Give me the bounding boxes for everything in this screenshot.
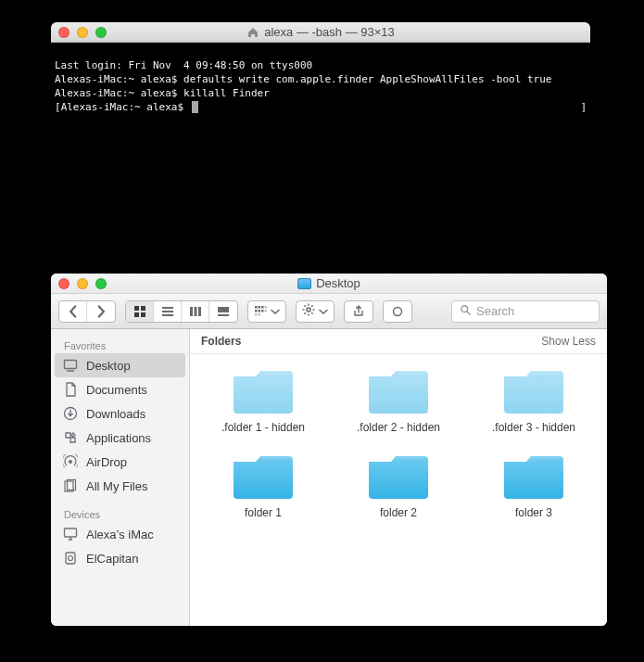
sidebar-item-documents[interactable]: Documents [51,377,189,401]
folder-item[interactable]: folder 1 [197,451,329,519]
finder-title: Desktop [51,276,607,290]
folder-label: folder 3 [515,506,552,519]
terminal-line: Alexas-iMac:~ alexa$ killall Finder [55,87,270,99]
finder-title-text: Desktop [316,276,360,290]
desktop-icon [297,278,311,289]
folder-label: folder 2 [380,506,417,519]
folder-icon [500,365,567,417]
documents-icon [62,381,79,398]
action-button[interactable] [296,300,335,323]
desktop-icon [62,357,79,374]
section-header: Folders Show Less [190,329,607,354]
cursor-icon [192,101,198,113]
finder-window: Desktop Favorites [51,274,607,626]
terminal-title-text: alexa — -bash — 93×13 [264,25,395,39]
terminal-window: alexa — -bash — 93×13 Last login: Fri No… [51,22,590,248]
view-columns-button[interactable] [182,301,209,322]
downloads-icon [62,405,79,422]
folder-icon [230,365,297,417]
back-button[interactable] [59,301,87,322]
sidebar-item-label: Documents [86,383,147,397]
sidebar-item-applications[interactable]: Applications [51,426,189,450]
terminal-title: alexa — -bash — 93×13 [51,25,590,39]
content-area: Folders Show Less .folder 1 - hidden .fo… [190,329,607,626]
zoom-button[interactable] [95,278,107,289]
arrange-button[interactable] [247,300,286,323]
share-button[interactable] [344,300,373,323]
section-title: Folders [201,335,241,348]
folder-item[interactable]: .folder 3 - hidden [468,365,600,434]
folder-item[interactable]: .folder 1 - hidden [197,365,329,434]
sidebar: Favorites Desktop Documents Downloads Ap… [51,329,190,626]
sidebar-item-label: Applications [86,431,151,445]
folder-item[interactable]: folder 2 [333,451,464,519]
sidebar-item-downloads[interactable]: Downloads [51,401,189,426]
view-group [125,300,238,323]
terminal-line: Last login: Fri Nov 4 09:48:50 on ttys00… [55,59,312,71]
allfiles-icon [62,477,79,494]
sidebar-item-label: Desktop [86,359,131,373]
folder-item[interactable]: .folder 2 - hidden [333,365,464,434]
airdrop-icon [62,453,79,470]
search-icon [460,304,471,318]
finder-body: Favorites Desktop Documents Downloads Ap… [51,329,607,626]
finder-titlebar[interactable]: Desktop [51,274,607,294]
minimize-button[interactable] [77,27,88,38]
forward-button[interactable] [87,301,115,322]
sidebar-item-desktop[interactable]: Desktop [55,353,185,377]
gear-icon [302,303,315,319]
finder-toolbar [51,294,607,329]
folder-label: folder 1 [245,506,282,519]
terminal-body[interactable]: Last login: Fri Nov 4 09:48:50 on ttys00… [51,43,590,248]
folder-icon [365,365,432,417]
zoom-button[interactable] [95,27,107,38]
sidebar-item-airdrop[interactable]: AirDrop [51,450,189,474]
close-button[interactable] [58,27,69,38]
sidebar-item-label: ElCapitan [86,552,138,566]
home-icon [246,26,259,39]
folder-icon [365,451,432,503]
folder-label: .folder 3 - hidden [492,421,575,434]
folder-grid: .folder 1 - hidden .folder 2 - hidden .f… [190,354,607,530]
sidebar-item-disk[interactable]: ElCapitan [51,546,189,570]
sidebar-heading-favorites: Favorites [51,337,189,353]
terminal-line: Alexas-iMac:~ alexa$ defaults write com.… [55,73,551,85]
folder-label: .folder 1 - hidden [221,421,305,434]
close-button[interactable] [58,278,69,289]
view-coverflow-button[interactable] [209,301,237,322]
traffic-lights [58,27,107,38]
view-list-button[interactable] [154,301,182,322]
terminal-titlebar[interactable]: alexa — -bash — 93×13 [51,22,590,43]
sidebar-item-allfiles[interactable]: All My Files [51,474,189,498]
folder-label: .folder 2 - hidden [357,421,440,434]
sidebar-item-label: Alexa’s iMac [86,528,154,541]
folder-icon [500,451,567,503]
sidebar-item-imac[interactable]: Alexa’s iMac [51,522,189,546]
sidebar-item-label: Downloads [86,407,145,421]
terminal-prompt-line: [Alexas-iMac:~ alexa$ ] [55,101,198,113]
folder-icon [230,451,297,503]
imac-icon [62,526,79,542]
traffic-lights [58,278,107,289]
tags-button[interactable] [383,300,412,323]
sidebar-item-label: AirDrop [86,455,127,469]
search-field[interactable] [451,300,600,323]
search-input[interactable] [476,304,607,318]
minimize-button[interactable] [77,278,88,289]
sidebar-heading-devices: Devices [51,505,189,522]
disk-icon [62,550,79,567]
applications-icon [62,429,79,446]
view-icons-button[interactable] [126,301,154,322]
nav-group [58,300,116,323]
sidebar-item-label: All My Files [86,479,147,493]
show-less-button[interactable]: Show Less [541,335,596,348]
folder-item[interactable]: folder 3 [468,451,600,519]
